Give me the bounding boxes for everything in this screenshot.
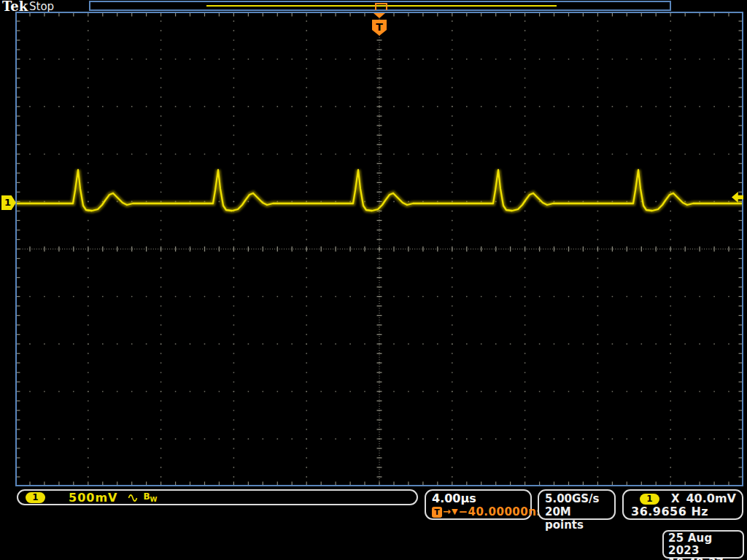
channel1-badge: 1: [26, 492, 45, 503]
trigger-position-icon: ▼: [452, 505, 457, 518]
time-value: 10:48:37: [668, 557, 738, 560]
record-view-bar[interactable]: [89, 1, 671, 11]
trigger-delay-value: −40.00000ns: [458, 505, 543, 518]
timebase-scale: 4.00µs: [432, 492, 525, 505]
channel1-scale: 500mV: [69, 491, 117, 505]
trigger-row: 1 X 40.0mV: [630, 492, 736, 505]
trigger-level-value: 40.0mV: [686, 492, 736, 505]
trigger-delay-row: T → ▼ −40.00000ns: [432, 505, 525, 518]
datetime-readout: 25 Aug 2023 10:48:37: [662, 530, 744, 559]
channel1-ground-marker[interactable]: 1: [1, 195, 16, 210]
sample-rate: 5.00GS/s: [545, 492, 608, 505]
trigger-position-triangle-icon[interactable]: [374, 13, 385, 18]
trigger-frequency: 36.9656 Hz: [630, 505, 736, 518]
graticule: T: [15, 12, 743, 486]
coupling-icon: [128, 493, 139, 502]
trigger-flag-label: T: [376, 21, 383, 33]
oscilloscope-screen: Tek Stop T 1 1 500mV BW 4.00µs T → ▼ −40…: [0, 0, 747, 560]
record-length: 20M points: [545, 505, 608, 532]
graticule-svg: T: [15, 12, 743, 486]
timebase-readout[interactable]: 4.00µs T → ▼ −40.00000ns: [425, 489, 532, 520]
arrow-right-icon: →: [443, 505, 451, 518]
trigger-t-icon: T: [432, 507, 442, 518]
record-window-bracket-icon[interactable]: [375, 3, 387, 10]
channel1-readout[interactable]: 1 500mV BW: [17, 489, 418, 505]
trigger-source-badge: 1: [640, 494, 659, 505]
trigger-slope-icon: X: [671, 492, 680, 505]
date-value: 25 Aug 2023: [668, 532, 738, 557]
acquisition-readout[interactable]: 5.00GS/s 20M points: [538, 489, 616, 520]
bandwidth-limit-indicator: BW: [143, 491, 157, 503]
trigger-readout[interactable]: 1 X 40.0mV 36.9656 Hz: [622, 489, 743, 520]
